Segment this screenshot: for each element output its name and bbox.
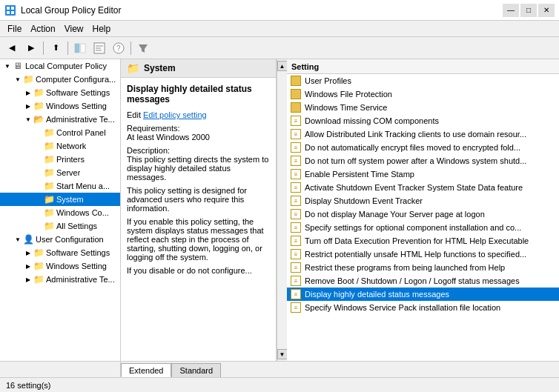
menu-view[interactable]: View [60, 23, 88, 35]
tree-item-user-config[interactable]: ▼ 👤 User Configuration [0, 233, 120, 246]
toolbar: ◀ ▶ ⬆ ? [0, 37, 559, 59]
folder-icon: 📁 [127, 62, 139, 74]
setting-item-label: User Profiles [305, 76, 351, 85]
minimize-button[interactable]: — [503, 4, 519, 17]
folder-icon: 📁 [43, 127, 55, 139]
setting-item-icon [290, 88, 302, 100]
settings-list-item[interactable]: Windows Time Service [287, 101, 559, 114]
tree-toggle[interactable]: ▼ [24, 115, 33, 124]
policy-icon: ≡ [291, 156, 301, 166]
tree-item-all-settings[interactable]: ▶ 📁 All Settings [0, 219, 120, 233]
edit-link-container: Edit Edit policy setting [127, 110, 270, 119]
settings-list-item[interactable]: ≡Display highly detailed status messages [287, 288, 559, 301]
window-title: Local Group Policy Editor [21, 5, 121, 16]
setting-item-icon: ≡ [290, 115, 302, 127]
folder-open-icon: 📂 [33, 113, 44, 125]
tree-item-control-panel[interactable]: ▶ 📁 Control Panel [0, 126, 120, 139]
tree-item-computer-config[interactable]: ▼ 📁 Computer Configura... [0, 73, 120, 86]
tree-item-admin-templates[interactable]: ▼ 📂 Administrative Te... [0, 113, 120, 126]
setting-item-label: Display Shutdown Event Tracker [305, 196, 423, 205]
settings-list-item[interactable]: ≡Download missing COM components [287, 114, 559, 127]
tree-item-server[interactable]: ▶ 📁 Server [0, 166, 120, 179]
policy-icon: ≡ [291, 249, 301, 259]
settings-list-item[interactable]: ≡Activate Shutdown Event Tracker System … [287, 181, 559, 194]
tree-label: All Settings [56, 222, 97, 230]
setting-item-icon [290, 75, 302, 87]
settings-list-item[interactable]: ≡Restrict these programs from being laun… [287, 261, 559, 274]
edit-policy-link[interactable]: Edit policy setting [143, 110, 207, 119]
description-text: Description:This policy setting directs … [127, 146, 270, 182]
properties-button[interactable] [90, 40, 108, 56]
tree-item-software-settings2[interactable]: ▶ 📁 Software Settings [0, 246, 120, 259]
svg-rect-2 [11, 7, 14, 10]
tree-toggle[interactable]: ▼ [3, 62, 12, 70]
tree-item-software-settings[interactable]: ▶ 📁 Software Settings [0, 86, 120, 99]
folder-icon: 📁 [33, 247, 44, 259]
scroll-up-button[interactable]: ▲ [277, 61, 288, 71]
app-icon [4, 4, 16, 16]
status-bar: 16 setting(s) [0, 377, 559, 392]
tree-toggle[interactable]: ▶ [24, 262, 33, 270]
tree-item-start-menu[interactable]: ▶ 📁 Start Menu a... [0, 179, 120, 193]
maximize-button[interactable]: □ [520, 4, 537, 17]
tree-toggle[interactable]: ▼ [13, 235, 22, 244]
user-icon: 👤 [22, 233, 34, 245]
tree-item-windows-setting[interactable]: ▶ 📁 Windows Setting [0, 99, 120, 113]
back-button[interactable]: ◀ [3, 40, 21, 56]
tab-extended[interactable]: Extended [121, 363, 171, 377]
setting-item-label: Do not display Manage Your Server page a… [305, 210, 485, 219]
settings-list-item[interactable]: ≡Turn off Data Execution Prevention for … [287, 234, 559, 248]
window-controls: — □ ✕ [503, 4, 555, 17]
tree-item-windows-setting2[interactable]: ▶ 📁 Windows Setting [0, 259, 120, 273]
scroll-down-button[interactable]: ▼ [277, 349, 288, 359]
filter-button[interactable] [134, 40, 152, 56]
policy-icon: ≡ [291, 129, 301, 139]
tree-toggle[interactable]: ▶ [24, 275, 33, 284]
settings-list-item[interactable]: ≡Specify Windows Service Pack installati… [287, 301, 559, 314]
settings-list-item[interactable]: ≡Specify settings for optional component… [287, 221, 559, 234]
folder-icon: 📁 [43, 193, 55, 205]
help-button[interactable]: ? [110, 40, 128, 56]
tree-label: Administrative Te... [46, 275, 115, 284]
center-panel: 📁 System Display highly detailed status … [121, 59, 277, 361]
settings-list-item[interactable]: ≡Remove Boot / Shutdown / Logon / Logoff… [287, 274, 559, 288]
settings-list-item[interactable]: Windows File Protection [287, 87, 559, 101]
folder-yellow-icon [291, 89, 301, 99]
tree-toggle[interactable]: ▶ [24, 102, 33, 110]
title-bar: Local Group Policy Editor — □ ✕ [0, 0, 559, 21]
tree-item-system[interactable]: ▶ 📁 System [0, 193, 120, 206]
settings-list-item[interactable]: User Profiles [287, 74, 559, 87]
tree-item-windows-components[interactable]: ▶ 📁 Windows Co... [0, 206, 120, 219]
folder-icon: 📁 [43, 153, 55, 165]
menu-file[interactable]: File [3, 23, 26, 35]
details-text: This policy setting is designed for adva… [127, 186, 270, 213]
setting-item-label: Enable Persistent Time Stamp [305, 170, 414, 179]
settings-list-item[interactable]: ≡Do not display Manage Your Server page … [287, 207, 559, 221]
setting-item-icon: ≡ [290, 142, 302, 153]
menu-action[interactable]: Action [26, 23, 59, 35]
toolbar-separator-1 [43, 41, 44, 55]
tree-toggle[interactable]: ▶ [24, 88, 33, 97]
settings-list-item[interactable]: ≡Restrict potentially unsafe HTML Help f… [287, 248, 559, 261]
tree-toggle[interactable]: ▼ [13, 75, 22, 84]
settings-list-item[interactable]: ≡Enable Persistent Time Stamp [287, 167, 559, 181]
policy-icon: ≡ [291, 276, 301, 286]
forward-button[interactable]: ▶ [22, 40, 40, 56]
folder-icon: 📁 [43, 207, 55, 219]
tree-item-admin-templates2[interactable]: ▶ 📁 Administrative Te... [0, 273, 120, 286]
tree-label: Network [56, 142, 86, 150]
settings-list-item[interactable]: ≡Do not turn off system power after a Wi… [287, 154, 559, 167]
settings-list-item[interactable]: ≡Display Shutdown Event Tracker [287, 194, 559, 207]
tree-item-local-policy[interactable]: ▼ 🖥 Local Computer Policy [0, 59, 120, 73]
up-button[interactable]: ⬆ [47, 40, 64, 56]
close-button[interactable]: ✕ [538, 4, 555, 17]
settings-list-item[interactable]: ≡Allow Distributed Link Tracking clients… [287, 127, 559, 141]
tree-item-network[interactable]: ▶ 📁 Network [0, 139, 120, 153]
tree-toggle[interactable]: ▶ [24, 248, 33, 257]
menu-help[interactable]: Help [88, 23, 116, 35]
settings-list-item[interactable]: ≡Do not automatically encrypt files move… [287, 141, 559, 154]
tab-standard[interactable]: Standard [171, 363, 221, 377]
right-panel: Setting User ProfilesWindows File Protec… [287, 59, 559, 361]
show-hide-button[interactable] [71, 40, 89, 56]
tree-item-printers[interactable]: ▶ 📁 Printers [0, 153, 120, 166]
